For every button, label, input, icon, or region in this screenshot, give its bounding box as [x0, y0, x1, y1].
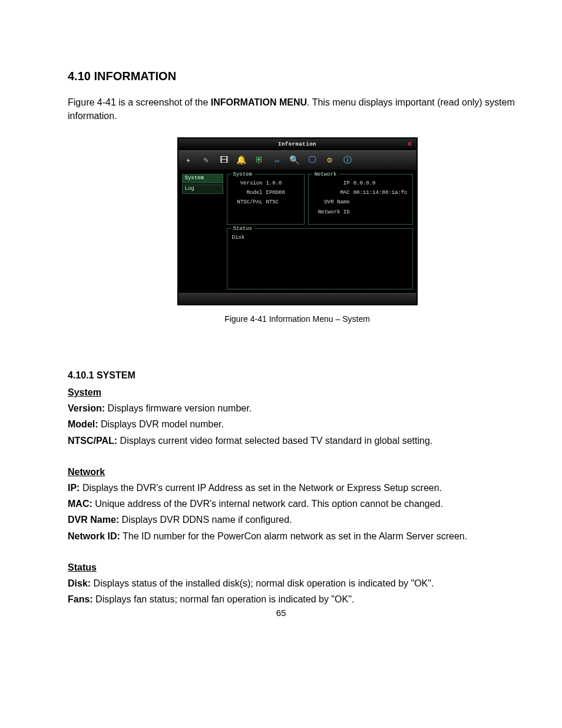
panel-system-legend: System — [231, 171, 254, 179]
dvr-window: Information ✕ ✦ ✎ 🎞 🔔 ⛨ ⨝ 🔍 🖵 ⚙ ⓘ System… — [178, 138, 417, 304]
dvr-title: Information — [278, 141, 316, 149]
net-v-mac: 00:11:14:08:1a:fc — [353, 189, 408, 197]
item-model: Model: Displays DVR model number. — [68, 417, 527, 431]
item-dvrname-label: DVR Name: — [68, 515, 119, 525]
dvr-toolbar: ✦ ✎ 🎞 🔔 ⛨ ⨝ 🔍 🖵 ⚙ ⓘ — [178, 150, 416, 170]
net-v-ip: 0.0.0.0 — [353, 180, 376, 187]
close-icon[interactable]: ✕ — [406, 140, 414, 148]
panel-network-legend: Network — [312, 171, 339, 179]
panel-status: Status Disk — [227, 228, 413, 289]
net-icon[interactable]: ⨝ — [272, 155, 282, 166]
item-dvrname: DVR Name: Displays DVR DDNS name if conf… — [68, 513, 527, 526]
item-netid-text: The ID number for the PowerCon alarm net… — [120, 531, 467, 541]
brush-icon[interactable]: ✎ — [201, 155, 211, 166]
item-version: Version: Displays firmware version numbe… — [68, 401, 527, 415]
sys-k-ntscpal: NTSC/PAL — [232, 199, 263, 206]
item-disk-text: Displays status of the installed disk(s)… — [91, 578, 434, 588]
net-k-mac: MAC — [313, 189, 350, 197]
intro-paragraph: Figure 4-41 is a screenshot of the INFOR… — [68, 95, 527, 123]
item-ip-label: IP: — [68, 483, 80, 493]
item-ntscpal-text: Displays current video format selected b… — [117, 436, 432, 446]
sub-status: Status — [68, 561, 527, 574]
figure-caption: Figure 4-41 Information Menu – System — [224, 313, 370, 325]
item-ip-text: Displays the DVR's current IP Address as… — [80, 483, 442, 493]
item-mac: MAC: Unique address of the DVR's interna… — [68, 497, 527, 510]
item-netid-label: Network ID: — [68, 531, 120, 541]
intro-pre: Figure 4-41 is a screenshot of the — [68, 97, 211, 107]
item-model-label: Model: — [68, 419, 98, 429]
panel-network: Network IP0.0.0.0 MAC00:11:14:08:1a:fc D… — [308, 174, 413, 224]
intro-bold: INFORMATION MENU — [211, 97, 307, 107]
sys-k-model: Model — [232, 189, 263, 197]
item-netid: Network ID: The ID number for the PowerC… — [68, 529, 527, 543]
net-k-ip: IP — [313, 180, 350, 187]
monitor-icon[interactable]: 🖵 — [307, 155, 318, 166]
panel-status-legend: Status — [231, 225, 254, 233]
item-model-text: Displays DVR model number. — [98, 419, 224, 429]
item-version-text: Displays firmware version number. — [105, 403, 252, 413]
item-disk: Disk: Displays status of the installed d… — [68, 577, 527, 590]
status-k-disk: Disk — [232, 234, 247, 242]
section-title: 4.10 INFORMATION — [68, 68, 527, 85]
search-icon[interactable]: 🔍 — [289, 155, 300, 166]
item-version-label: Version: — [68, 403, 105, 413]
dvr-titlebar: Information ✕ — [178, 139, 416, 150]
sidebar-item-log[interactable]: Log — [182, 185, 223, 194]
item-fans-label: Fans: — [68, 594, 93, 604]
net-k-netid: Network ID — [313, 209, 350, 216]
panel-system: System Version1.0.0 ModelEPHD08 NTSC/PAL… — [227, 174, 305, 224]
shield-icon[interactable]: ⛨ — [254, 155, 265, 166]
bell-icon[interactable]: 🔔 — [236, 155, 247, 166]
item-ntscpal-label: NTSC/PAL: — [68, 436, 117, 446]
film-icon[interactable]: 🎞 — [219, 155, 229, 166]
item-ntscpal: NTSC/PAL: Displays current video format … — [68, 434, 527, 447]
sys-v-model: EPHD08 — [266, 189, 285, 197]
sub-network: Network — [68, 465, 527, 479]
sub-system: System — [68, 386, 527, 399]
gear-icon[interactable]: ⚙ — [325, 155, 335, 166]
dvr-statusbar — [178, 293, 416, 304]
item-ip: IP: Displays the DVR's current IP Addres… — [68, 481, 527, 495]
dvr-sidebar: System Log — [182, 174, 223, 289]
page-number: 65 — [276, 607, 286, 620]
item-fans: Fans: Displays fan status; normal fan op… — [68, 592, 527, 606]
net-k-dvrname: DVR Name — [313, 199, 350, 206]
sys-v-version: 1.0.0 — [266, 180, 282, 187]
item-mac-text: Unique address of the DVR's internal net… — [92, 499, 443, 509]
item-disk-label: Disk: — [68, 578, 91, 588]
info-icon[interactable]: ⓘ — [342, 155, 353, 166]
sidebar-item-system[interactable]: System — [182, 174, 223, 183]
wand-icon[interactable]: ✦ — [183, 155, 194, 166]
sys-k-version: Version — [232, 180, 263, 187]
item-dvrname-text: Displays DVR DDNS name if configured. — [119, 515, 292, 525]
item-mac-label: MAC: — [68, 499, 92, 509]
item-fans-text: Displays fan status; normal fan operatio… — [93, 594, 355, 604]
sys-v-ntscpal: NTSC — [266, 199, 279, 206]
heading-system: 4.10.1 SYSTEM — [68, 368, 527, 382]
